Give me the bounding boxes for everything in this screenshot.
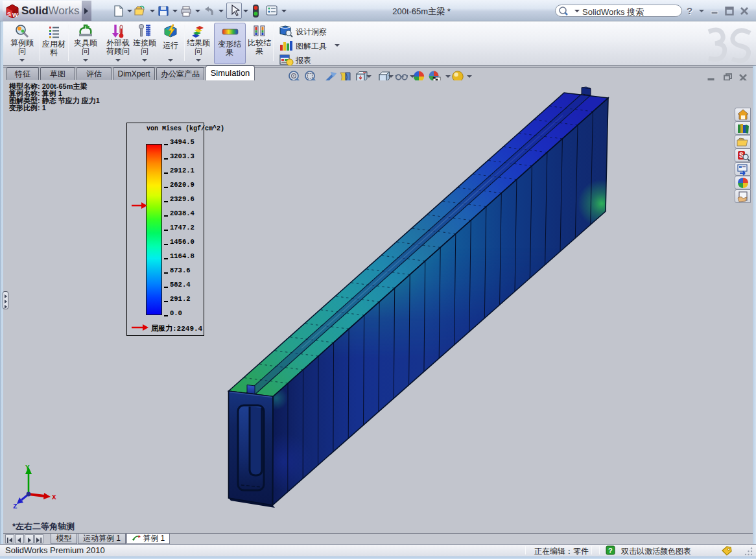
- svg-text:Y: Y: [25, 464, 30, 471]
- svg-text:Z: Z: [13, 503, 18, 510]
- svg-text:?: ?: [608, 547, 613, 554]
- svg-text:X: X: [52, 494, 56, 501]
